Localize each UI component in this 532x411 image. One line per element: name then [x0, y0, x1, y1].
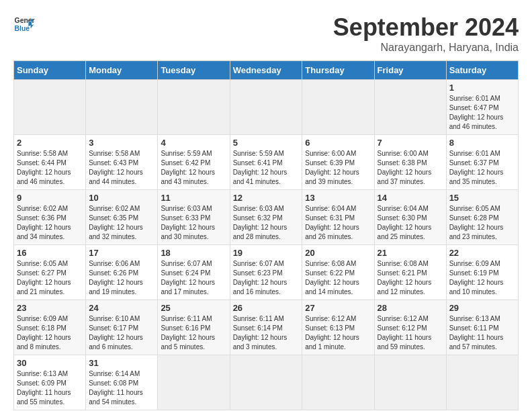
calendar-table: Sunday Monday Tuesday Wednesday Thursday… — [13, 60, 519, 410]
table-row — [158, 80, 230, 135]
day-info: Sunrise: 6:08 AMSunset: 6:22 PMDaylight:… — [305, 259, 371, 297]
table-row: 19 Sunrise: 6:07 AMSunset: 6:23 PMDaylig… — [230, 245, 302, 300]
table-row: 27 Sunrise: 6:12 AMSunset: 6:13 PMDaylig… — [302, 300, 374, 355]
day-number: 29 — [449, 303, 515, 313]
table-row: 1 Sunrise: 6:01 AMSunset: 6:47 PMDayligh… — [446, 80, 518, 135]
table-row: 25 Sunrise: 6:11 AMSunset: 6:16 PMDaylig… — [158, 300, 230, 355]
day-number: 21 — [378, 248, 443, 258]
day-number: 17 — [89, 248, 154, 258]
day-info: Sunrise: 6:07 AMSunset: 6:24 PMDaylight:… — [161, 259, 226, 297]
day-number: 28 — [378, 303, 443, 313]
day-info: Sunrise: 6:09 AMSunset: 6:19 PMDaylight:… — [449, 259, 515, 297]
day-number: 14 — [378, 193, 443, 203]
table-row: 16 Sunrise: 6:05 AMSunset: 6:27 PMDaylig… — [14, 245, 86, 300]
table-row: 14 Sunrise: 6:04 AMSunset: 6:30 PMDaylig… — [374, 190, 446, 245]
table-row: 7 Sunrise: 6:00 AMSunset: 6:38 PMDayligh… — [374, 135, 446, 190]
table-row — [158, 355, 230, 410]
col-monday: Monday — [86, 61, 158, 80]
col-wednesday: Wednesday — [230, 61, 302, 80]
day-info: Sunrise: 5:58 AMSunset: 6:44 PMDaylight:… — [17, 149, 83, 187]
day-number: 23 — [17, 303, 83, 313]
table-row: 26 Sunrise: 6:11 AMSunset: 6:14 PMDaylig… — [230, 300, 302, 355]
table-row — [86, 80, 158, 135]
table-row: 10 Sunrise: 6:02 AMSunset: 6:35 PMDaylig… — [86, 190, 158, 245]
table-row: 31 Sunrise: 6:14 AMSunset: 6:08 PMDaylig… — [86, 355, 158, 410]
day-number: 22 — [449, 248, 515, 258]
table-row — [374, 355, 446, 410]
table-row — [302, 80, 374, 135]
day-number: 7 — [378, 138, 443, 148]
day-info: Sunrise: 6:00 AMSunset: 6:38 PMDaylight:… — [378, 149, 443, 187]
day-info: Sunrise: 6:11 AMSunset: 6:14 PMDaylight:… — [233, 314, 300, 352]
day-number: 20 — [305, 248, 371, 258]
day-number: 4 — [161, 138, 226, 148]
table-row: 2 Sunrise: 5:58 AMSunset: 6:44 PMDayligh… — [14, 135, 86, 190]
calendar-week-row: 23 Sunrise: 6:09 AMSunset: 6:18 PMDaylig… — [14, 300, 519, 355]
table-row: 15 Sunrise: 6:05 AMSunset: 6:28 PMDaylig… — [446, 190, 518, 245]
day-info: Sunrise: 6:05 AMSunset: 6:27 PMDaylight:… — [17, 259, 83, 297]
header: General Blue September 2024 Narayangarh,… — [13, 13, 519, 54]
day-number: 30 — [17, 358, 83, 368]
day-info: Sunrise: 6:01 AMSunset: 6:37 PMDaylight:… — [449, 149, 515, 187]
day-number: 26 — [233, 303, 300, 313]
day-info: Sunrise: 6:02 AMSunset: 6:36 PMDaylight:… — [17, 204, 83, 242]
day-info: Sunrise: 6:09 AMSunset: 6:18 PMDaylight:… — [17, 314, 83, 352]
table-row — [230, 355, 302, 410]
table-row: 21 Sunrise: 6:08 AMSunset: 6:21 PMDaylig… — [374, 245, 446, 300]
calendar-week-row: 2 Sunrise: 5:58 AMSunset: 6:44 PMDayligh… — [14, 135, 519, 190]
table-row: 30 Sunrise: 6:13 AMSunset: 6:09 PMDaylig… — [14, 355, 86, 410]
day-info: Sunrise: 6:02 AMSunset: 6:35 PMDaylight:… — [89, 204, 154, 242]
table-row: 17 Sunrise: 6:06 AMSunset: 6:26 PMDaylig… — [86, 245, 158, 300]
day-info: Sunrise: 6:00 AMSunset: 6:39 PMDaylight:… — [305, 149, 371, 187]
table-row — [374, 80, 446, 135]
table-row: 8 Sunrise: 6:01 AMSunset: 6:37 PMDayligh… — [446, 135, 518, 190]
day-number: 8 — [449, 138, 515, 148]
day-info: Sunrise: 6:11 AMSunset: 6:16 PMDaylight:… — [161, 314, 226, 352]
logo: General Blue — [13, 13, 35, 35]
table-row: 18 Sunrise: 6:07 AMSunset: 6:24 PMDaylig… — [158, 245, 230, 300]
table-row: 23 Sunrise: 6:09 AMSunset: 6:18 PMDaylig… — [14, 300, 86, 355]
table-row: 3 Sunrise: 5:58 AMSunset: 6:43 PMDayligh… — [86, 135, 158, 190]
col-sunday: Sunday — [14, 61, 86, 80]
col-friday: Friday — [374, 61, 446, 80]
day-number: 3 — [89, 138, 154, 148]
calendar-week-row: 30 Sunrise: 6:13 AMSunset: 6:09 PMDaylig… — [14, 355, 519, 410]
table-row — [446, 355, 518, 410]
day-number: 10 — [89, 193, 154, 203]
table-row: 9 Sunrise: 6:02 AMSunset: 6:36 PMDayligh… — [14, 190, 86, 245]
day-number: 1 — [449, 83, 515, 93]
table-row: 28 Sunrise: 6:12 AMSunset: 6:12 PMDaylig… — [374, 300, 446, 355]
day-info: Sunrise: 6:05 AMSunset: 6:28 PMDaylight:… — [449, 204, 515, 242]
day-info: Sunrise: 6:03 AMSunset: 6:32 PMDaylight:… — [233, 204, 300, 242]
table-row: 22 Sunrise: 6:09 AMSunset: 6:19 PMDaylig… — [446, 245, 518, 300]
day-info: Sunrise: 6:07 AMSunset: 6:23 PMDaylight:… — [233, 259, 300, 297]
day-number: 31 — [89, 358, 154, 368]
day-number: 19 — [233, 248, 300, 258]
col-saturday: Saturday — [446, 61, 518, 80]
title-area: September 2024 Narayangarh, Haryana, Ind… — [333, 13, 519, 54]
day-number: 25 — [161, 303, 226, 313]
day-info: Sunrise: 6:12 AMSunset: 6:13 PMDaylight:… — [305, 314, 371, 352]
calendar-week-row: 9 Sunrise: 6:02 AMSunset: 6:36 PMDayligh… — [14, 190, 519, 245]
day-info: Sunrise: 6:12 AMSunset: 6:12 PMDaylight:… — [378, 314, 443, 352]
month-year: September 2024 — [333, 13, 519, 42]
calendar-week-row: 1 Sunrise: 6:01 AMSunset: 6:47 PMDayligh… — [14, 80, 519, 135]
day-number: 5 — [233, 138, 300, 148]
day-number: 24 — [89, 303, 154, 313]
table-row — [230, 80, 302, 135]
col-thursday: Thursday — [302, 61, 374, 80]
day-number: 12 — [233, 193, 300, 203]
day-info: Sunrise: 6:04 AMSunset: 6:31 PMDaylight:… — [305, 204, 371, 242]
day-info: Sunrise: 5:59 AMSunset: 6:42 PMDaylight:… — [161, 149, 226, 187]
location: Narayangarh, Haryana, India — [333, 42, 519, 54]
day-number: 18 — [161, 248, 226, 258]
calendar-header-row: Sunday Monday Tuesday Wednesday Thursday… — [14, 61, 519, 80]
day-info: Sunrise: 6:14 AMSunset: 6:08 PMDaylight:… — [89, 369, 154, 407]
day-info: Sunrise: 6:10 AMSunset: 6:17 PMDaylight:… — [89, 314, 154, 352]
col-tuesday: Tuesday — [158, 61, 230, 80]
logo-icon: General Blue — [13, 13, 35, 35]
day-number: 27 — [305, 303, 371, 313]
day-info: Sunrise: 6:13 AMSunset: 6:09 PMDaylight:… — [17, 369, 83, 407]
table-row: 20 Sunrise: 6:08 AMSunset: 6:22 PMDaylig… — [302, 245, 374, 300]
table-row: 13 Sunrise: 6:04 AMSunset: 6:31 PMDaylig… — [302, 190, 374, 245]
